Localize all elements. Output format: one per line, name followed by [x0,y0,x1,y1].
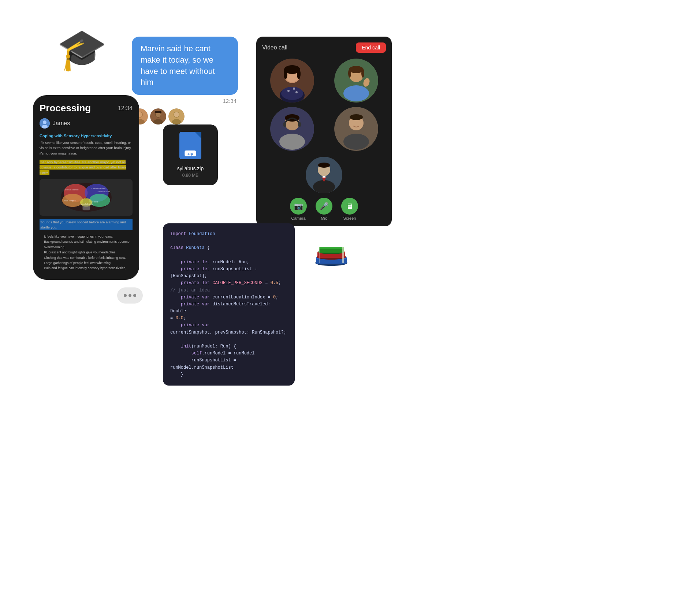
svg-rect-71 [319,247,344,249]
svg-rect-36 [283,122,286,127]
camera-button[interactable]: 📷 [290,198,307,215]
code-line-2: class RunData { [170,245,287,252]
svg-point-23 [284,69,287,79]
code-line-7: private var distanceMetrsTraveled: Doubl… [170,301,287,315]
code-line-5: private let CALORIE_PER_SECONDS = 0.5; /… [170,280,287,294]
books-emoji [313,234,350,275]
svg-text:Lóbulo Occipital: Lóbulo Occipital [97,191,110,193]
svg-point-41 [350,114,363,120]
svg-point-18 [281,87,303,100]
avatar-3 [168,108,185,124]
video-controls: 📷 Camera 🎤 Mic 🖥 Screen [262,198,386,220]
phone-user: James [40,118,133,129]
article-highlight1: Sensory hypersensitivities are another m… [40,160,133,175]
svg-rect-72 [342,247,344,263]
video-call-title: Video call [262,44,287,51]
svg-point-20 [293,88,295,90]
svg-text:Lóbulo Temporal: Lóbulo Temporal [63,200,76,201]
typing-dot-1 [124,294,127,297]
list-item: It feels like you have megaphones in you… [44,234,133,239]
svg-point-49 [42,125,48,129]
mic-label: Mic [321,216,327,220]
camera-icon: 📷 [294,202,303,211]
svg-point-28 [349,66,364,73]
svg-point-48 [43,120,46,124]
screen-button[interactable]: 🖥 [341,198,358,215]
code-line-3: private let runModel: Run; [170,259,287,266]
video-grid [262,59,386,151]
zip-type-label: zip [185,150,196,156]
video-call-header: Video call End call [262,42,386,53]
avatar-2 [150,108,166,124]
zip-file-body: zip [179,132,201,159]
mic-button[interactable]: 🎤 [316,198,332,215]
zip-icon: zip [178,132,203,161]
typing-indicator [117,287,143,304]
svg-rect-46 [323,176,325,178]
code-line-8: = 0.0; [170,315,287,322]
svg-point-26 [343,85,369,101]
svg-text:Lóbulo Frontal: Lóbulo Frontal [65,189,79,191]
zip-filename: syllabus.zip [169,166,212,171]
screen-control[interactable]: 🖥 Screen [341,198,358,220]
svg-point-13 [174,112,179,117]
article-intro: If it seems like your sense of touch, ta… [40,140,133,156]
chat-message-text: Marvin said he cant make it today, so we… [141,44,215,87]
highlight-text: Sensory hypersensitivities are another m… [40,160,126,175]
highlight-blue-text: Sounds that you barely noticed before ar… [40,219,133,231]
participant-5 [306,157,342,193]
phone-user-avatar [40,118,50,129]
svg-point-39 [343,134,369,150]
svg-point-45 [318,163,330,168]
mic-control[interactable]: 🎤 Mic [316,198,332,220]
svg-point-24 [297,69,301,79]
svg-text:Cerebelo: Cerebelo [90,201,98,202]
phone-time: 12:34 [118,105,133,112]
chat-time: 12:34 [132,98,238,104]
brain-svg: Lóbulo Frontal Lóbulo Parietal Lóbulo Oc… [44,181,128,214]
typing-dot-3 [133,294,136,297]
code-line-6: private var currentLocationIndex = 0; [170,294,287,301]
graduation-cap-emoji: 🎓 [57,29,107,70]
code-line-13: runSnapshotList = runModel.runSnapshotLi… [170,357,287,371]
svg-rect-37 [298,122,301,127]
mic-icon: 🎤 [320,202,329,211]
code-line-1: import Foundation [170,231,287,238]
typing-dot-2 [129,294,131,297]
participant-2 [334,59,378,103]
end-call-button[interactable]: End call [356,42,386,53]
phone-panel: Processing 12:34 James Coping with Senso… [33,95,139,280]
phone-header: Processing 12:34 [40,103,133,114]
svg-rect-9 [155,111,161,112]
svg-rect-56 [82,205,90,210]
svg-point-33 [279,134,305,150]
article-title: Coping with Sensory Hypersensitivity [40,134,133,138]
code-line-12: self.runModel = runModel [170,350,287,357]
list-item: Pain and fatigue can intensify sensory h… [44,265,133,271]
list-item: Clothing that was comfortable before fee… [44,255,133,260]
svg-point-30 [361,69,364,78]
svg-point-29 [348,69,351,78]
svg-point-55 [80,198,92,207]
camera-control[interactable]: 📷 Camera [290,198,307,220]
article-list: It feels like you have megaphones in you… [40,234,133,271]
phone-username: James [53,120,70,127]
svg-point-19 [287,90,290,92]
screen-icon: 🖥 [346,202,353,211]
screen-label: Screen [343,216,356,220]
code-line-4: private let runSnapshotList : [RunSnapsh… [170,266,287,280]
participant-4 [334,107,378,151]
svg-rect-73 [319,247,320,263]
code-line-9: private var [170,322,287,329]
code-panel: import Foundation class RunData { privat… [163,223,295,386]
brain-diagram: Lóbulo Frontal Lóbulo Parietal Lóbulo Oc… [40,179,133,216]
participant-3 [270,107,314,151]
books-svg [313,234,350,267]
article-highlight2: Sounds that you barely noticed before ar… [40,219,133,231]
list-item: Large gatherings of people feel overwhel… [44,260,133,265]
list-item: Background sounds and stimulating enviro… [44,239,133,250]
code-line-11: init(runModel: Run) { [170,343,287,350]
code-line-14: } [170,371,287,378]
svg-text:Lóbulo Parietal: Lóbulo Parietal [92,187,105,189]
svg-text:Médula Espinal: Médula Espinal [81,203,93,205]
